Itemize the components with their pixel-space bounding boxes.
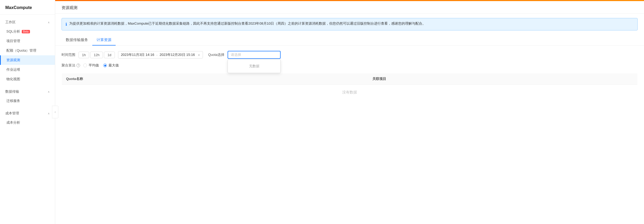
time-btn-1d[interactable]: 1d [104, 52, 115, 58]
time-btn-12h[interactable]: 12h [90, 52, 103, 58]
radio-label-avg: 平均值 [89, 63, 99, 68]
sidebar-section-data-transfer-label: 数据传输 [5, 89, 19, 94]
sidebar-collapse-button[interactable]: ‹ [52, 106, 58, 118]
table-header-row: Quota名称 关联项目 [62, 73, 638, 85]
app-logo: MaxCompute [0, 0, 55, 15]
aggregation-label-text: 聚合算法 [62, 63, 75, 68]
info-banner: ℹ 为提供更加精准的计算资源消耗数据，MaxCompute已于近期优化数据采集链… [62, 18, 638, 30]
data-table: Quota名称 关联项目 没有数据 [62, 73, 638, 100]
beta-badge: Beta [22, 30, 30, 33]
chevron-up-icon-2: ∧ [48, 90, 50, 93]
info-icon: ℹ [66, 21, 67, 28]
date-range-picker[interactable]: 2023年11月3日 14:16 - 2023年12月20日 15:16 ∨ [118, 51, 203, 59]
time-btn-group: 1h 12h 1d [79, 52, 115, 58]
sidebar-section-cost-label: 成本管理 [5, 111, 19, 116]
radio-label-max: 最大值 [108, 63, 119, 68]
help-icon[interactable]: ? [76, 64, 80, 67]
sidebar-item-quota-label: 配额（Quota）管理 [6, 48, 36, 53]
info-banner-text: 为提供更加精准的计算资源消耗数据，MaxCompute已于近期优化数据采集链路，… [69, 21, 426, 26]
tab-data-transfer[interactable]: 数据传输服务 [62, 35, 92, 46]
date-separator: - [156, 53, 157, 57]
radio-circle-max [103, 64, 107, 67]
tabs: 数据传输服务 计算资源 [62, 35, 638, 45]
sidebar-item-sql-analysis[interactable]: SQL分析 Beta [0, 27, 55, 36]
chevron-left-icon: ‹ [55, 110, 56, 114]
content-area: 时间范围 1h 12h 1d 2023年11月3日 14:16 - 2023年1… [55, 46, 644, 106]
main-content: 资源观测 ℹ 为提供更加精准的计算资源消耗数据，MaxCompute已于近期优化… [55, 0, 644, 224]
sidebar-section-workspace: 工作区 ∧ SQL分析 Beta 项目管理 配额（Quota）管理 资源观测 作… [0, 15, 55, 84]
sidebar-section-data-transfer-header[interactable]: 数据传输 ∧ [0, 87, 55, 96]
sidebar-item-cost-label: 成本分析 [6, 120, 20, 125]
sidebar-item-migration-label: 迁移服务 [6, 98, 20, 103]
radio-group: 平均值 最大值 [83, 63, 119, 68]
radio-option-avg[interactable]: 平均值 [83, 63, 99, 68]
sidebar-section-data-transfer: 数据传输 ∧ 迁移服务 [0, 84, 55, 106]
quota-dropdown: 无数据 [228, 59, 281, 73]
sidebar-item-project-label: 项目管理 [6, 39, 20, 43]
sidebar-item-quota-management[interactable]: 配额（Quota）管理 [0, 46, 55, 55]
sidebar-item-job-label: 作业运维 [6, 67, 20, 72]
tabs-container: 数据传输服务 计算资源 [55, 35, 644, 46]
sidebar-item-project-management[interactable]: 项目管理 [0, 36, 55, 46]
sidebar-section-cost: 成本管理 ∧ 成本分析 [0, 106, 55, 127]
quota-select[interactable]: 请选择 [228, 51, 281, 59]
chevron-up-icon-3: ∧ [48, 112, 50, 115]
page-container: 资源观测 ℹ 为提供更加精准的计算资源消耗数据，MaxCompute已于近期优化… [55, 1, 644, 224]
table-col-related-project: 关联项目 [368, 73, 638, 85]
table-no-data-cell: 没有数据 [62, 85, 638, 100]
sidebar-section-cost-header[interactable]: 成本管理 ∧ [0, 109, 55, 118]
date-start: 2023年11月3日 14:16 [121, 52, 154, 57]
sidebar-item-resource-monitor[interactable]: 资源观测 [0, 55, 55, 65]
sidebar: MaxCompute 工作区 ∧ SQL分析 Beta 项目管理 配额（Quot… [0, 0, 55, 224]
quota-dropdown-container: 请选择 无数据 [228, 51, 281, 59]
sidebar-item-resource-label: 资源观测 [6, 58, 20, 62]
chevron-up-icon: ∧ [48, 21, 50, 24]
sidebar-item-migration[interactable]: 迁移服务 [0, 96, 55, 106]
date-end: 2023年12月20日 15:16 [160, 52, 195, 57]
page-header: 资源观测 [55, 1, 644, 14]
radio-option-max[interactable]: 最大值 [103, 63, 119, 68]
sidebar-section-workspace-header[interactable]: 工作区 ∧ [0, 18, 55, 27]
radio-circle-avg [83, 64, 87, 67]
aggregation-row: 聚合算法 ? 平均值 最大值 [62, 63, 638, 68]
time-btn-1h[interactable]: 1h [79, 52, 89, 58]
sidebar-item-sql-label: SQL分析 [6, 29, 20, 34]
date-picker-caret-icon: ∨ [198, 53, 200, 57]
aggregation-label: 聚合算法 ? [62, 63, 80, 68]
quota-select-placeholder: 请选择 [231, 53, 241, 57]
filter-row: 时间范围 1h 12h 1d 2023年11月3日 14:16 - 2023年1… [62, 51, 638, 59]
table-no-data-row: 没有数据 [62, 85, 638, 100]
sidebar-item-cost-analysis[interactable]: 成本分析 [0, 118, 55, 127]
sidebar-item-job-ops[interactable]: 作业运维 [0, 65, 55, 74]
quota-select-label: Quota选择 [208, 52, 224, 57]
page-title: 资源观测 [62, 5, 638, 10]
table-col-quota-name: Quota名称 [62, 73, 368, 85]
quota-no-data-item: 无数据 [228, 62, 280, 71]
tab-compute-resource[interactable]: 计算资源 [92, 35, 116, 46]
sidebar-section-workspace-label: 工作区 [5, 20, 16, 25]
time-range-label: 时间范围 [62, 52, 75, 57]
sidebar-item-materialized-view[interactable]: 物化视图 [0, 74, 55, 84]
sidebar-item-materialized-label: 物化视图 [6, 77, 20, 82]
